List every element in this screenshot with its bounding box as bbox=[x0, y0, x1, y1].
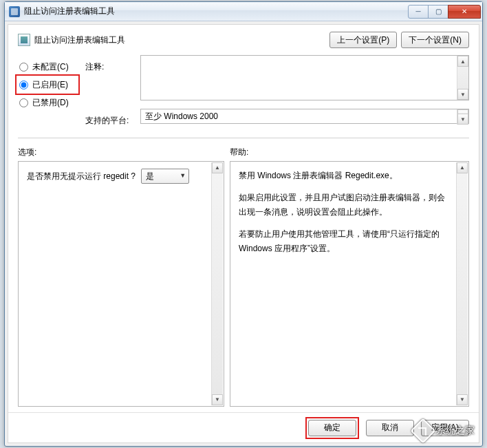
radio-not-configured-input[interactable] bbox=[19, 63, 28, 72]
scroll-up-icon[interactable]: ▲ bbox=[457, 162, 468, 173]
comment-textarea[interactable] bbox=[140, 55, 469, 100]
radio-not-configured-label: 未配置(C) bbox=[32, 61, 69, 73]
divider bbox=[18, 138, 469, 138]
option-question: 是否禁用无提示运行 regedit ? bbox=[27, 169, 136, 183]
window-controls: ─ ▢ ✕ bbox=[409, 5, 481, 19]
ok-button[interactable]: 确定 bbox=[308, 420, 356, 436]
options-panel: 是否禁用无提示运行 regedit ? 是 ▼ ▲ ▼ bbox=[18, 161, 224, 407]
supported-on-label: 支持的平台: bbox=[85, 111, 132, 129]
policy-icon bbox=[18, 34, 30, 46]
apply-button[interactable]: 应用(A) bbox=[421, 420, 469, 436]
app-icon bbox=[9, 6, 20, 17]
maximize-button[interactable]: ▢ bbox=[428, 5, 448, 19]
chevron-down-icon: ▼ bbox=[180, 171, 186, 181]
titlebar[interactable]: 阻止访问注册表编辑工具 ─ ▢ ✕ bbox=[5, 2, 482, 21]
supported-on-field: 至少 Windows 2000 bbox=[140, 109, 469, 124]
upper-section: 阻止访问注册表编辑工具 上一个设置(P) 下一个设置(N) 未配置(C) 已 bbox=[8, 25, 479, 147]
radio-disabled-label: 已禁用(D) bbox=[32, 97, 69, 109]
highlight-ok: 确定 bbox=[305, 417, 359, 439]
radio-enabled-input[interactable] bbox=[19, 81, 28, 89]
help-section-label: 帮助: bbox=[230, 147, 248, 158]
prev-setting-button[interactable]: 上一个设置(P) bbox=[329, 32, 397, 48]
footer: 确定 取消 应用(A) 系统之家 bbox=[8, 412, 479, 442]
radio-disabled-input[interactable] bbox=[19, 98, 28, 107]
state-radio-group: 未配置(C) 已启用(E) 已禁用(D) bbox=[18, 55, 77, 111]
scroll-down-icon[interactable]: ▼ bbox=[457, 114, 468, 125]
policy-title: 阻止访问注册表编辑工具 bbox=[34, 34, 125, 46]
radio-disabled[interactable]: 已禁用(D) bbox=[18, 94, 77, 111]
help-text-1: 禁用 Windows 注册表编辑器 Regedit.exe。 bbox=[239, 169, 452, 182]
help-text-2: 如果启用此设置，并且用户试图启动注册表编辑器，则会出现一条消息，说明设置会阻止此… bbox=[239, 191, 452, 219]
highlight-enabled: 已启用(E) bbox=[15, 74, 80, 95]
radio-enabled[interactable]: 已启用(E) bbox=[18, 76, 77, 94]
cancel-button[interactable]: 取消 bbox=[366, 420, 414, 436]
radio-not-configured[interactable]: 未配置(C) bbox=[18, 58, 77, 76]
help-panel: 禁用 Windows 注册表编辑器 Regedit.exe。 如果启用此设置，并… bbox=[230, 161, 469, 407]
scroll-up-icon[interactable]: ▲ bbox=[212, 162, 223, 173]
scroll-down-icon[interactable]: ▼ bbox=[457, 394, 468, 405]
help-text-3: 若要防止用户使用其他管理工具，请使用“只运行指定的 Windows 应用程序”设… bbox=[239, 227, 452, 255]
next-setting-button[interactable]: 下一个设置(N) bbox=[401, 32, 469, 48]
options-section-label: 选项: bbox=[18, 147, 230, 158]
comment-label: 注释: bbox=[85, 58, 132, 76]
scroll-up-icon[interactable]: ▲ bbox=[457, 56, 468, 67]
close-button[interactable]: ✕ bbox=[448, 5, 481, 19]
scroll-down-icon[interactable]: ▼ bbox=[457, 89, 468, 100]
client-area: 阻止访问注册表编辑工具 上一个设置(P) 下一个设置(N) 未配置(C) 已 bbox=[8, 24, 479, 443]
scroll-down-icon[interactable]: ▼ bbox=[212, 394, 223, 405]
option-select-value: 是 bbox=[146, 169, 154, 183]
radio-enabled-label: 已启用(E) bbox=[32, 79, 68, 91]
option-select[interactable]: 是 ▼ bbox=[141, 169, 189, 184]
policy-editor-window: 阻止访问注册表编辑工具 ─ ▢ ✕ 阻止访问注册表编辑工具 上一个设置(P) 下… bbox=[4, 1, 483, 447]
supported-on-value: 至少 Windows 2000 bbox=[145, 111, 218, 122]
window-title: 阻止访问注册表编辑工具 bbox=[24, 6, 115, 17]
minimize-button[interactable]: ─ bbox=[408, 5, 429, 19]
